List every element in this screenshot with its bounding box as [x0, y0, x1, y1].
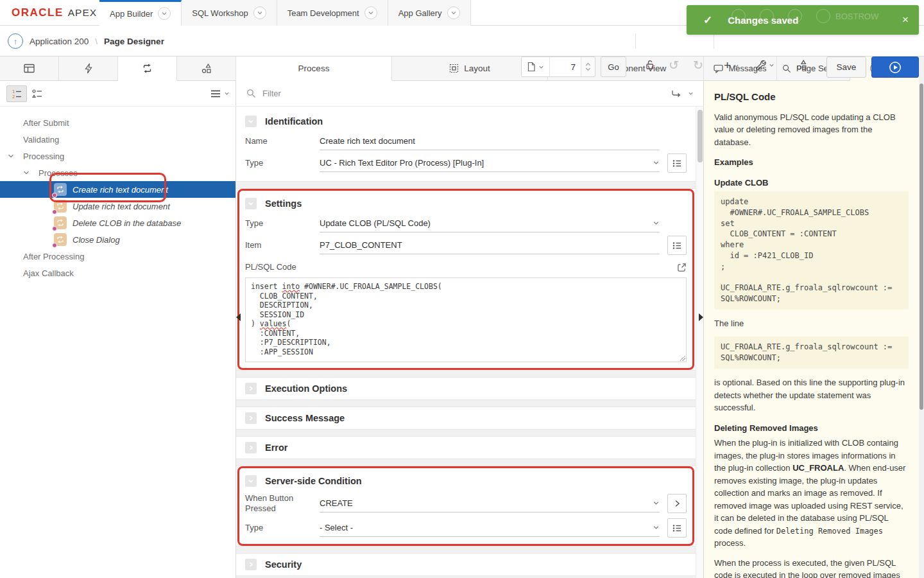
- settings-type-select[interactable]: Update CLOB (PL/SQL Code): [320, 215, 660, 232]
- expand-section-button[interactable]: [245, 442, 257, 453]
- help-block: UC_FROALA_RTE.g_froala_sqlrowcount := SQ…: [714, 337, 909, 369]
- when-button-select[interactable]: CREATE: [320, 495, 660, 512]
- help-block: When the plug-in is initialized with CLO…: [714, 437, 909, 550]
- shared-components-button[interactable]: [796, 59, 808, 71]
- goto-button[interactable]: [667, 494, 687, 513]
- close-icon[interactable]: ×: [902, 13, 909, 26]
- expand-section-button[interactable]: [245, 412, 257, 424]
- chevron-down-icon[interactable]: [253, 6, 266, 19]
- chevron-down-icon[interactable]: [158, 7, 171, 20]
- lock-button[interactable]: [644, 59, 656, 71]
- open-code-editor-icon[interactable]: [677, 263, 687, 272]
- section-divider: [236, 181, 696, 189]
- breadcrumb-application[interactable]: Application 200: [30, 37, 89, 46]
- collapse-section-button[interactable]: [245, 475, 257, 487]
- tab-team-development[interactable]: Team Development: [277, 0, 388, 26]
- create-menu-button[interactable]: +: [724, 58, 739, 73]
- tree-item-after-processing[interactable]: After Processing: [0, 248, 235, 265]
- tree-item-label: Update rich text document: [73, 202, 170, 211]
- code-line: CLOB_CONTENT,: [251, 292, 681, 301]
- chevron-down-icon[interactable]: [688, 91, 694, 96]
- page-selector: [521, 57, 595, 77]
- chevron-down-icon[interactable]: [447, 6, 460, 19]
- plsql-code-content: insert into #OWNER#.UC_FROALA_SAMPLE_CLO…: [251, 282, 681, 356]
- oracle-wordmark: ORACLE: [12, 6, 64, 19]
- code-line: SESSION_ID: [251, 310, 681, 320]
- quick-pick-button[interactable]: [667, 236, 687, 255]
- menu-icon: [210, 89, 221, 98]
- tree-menu-button[interactable]: [210, 89, 230, 98]
- chevron-down-icon[interactable]: [8, 153, 23, 159]
- utilities-menu-button[interactable]: [755, 59, 774, 71]
- type-select[interactable]: UC - Rich Text Editor Pro (Process) [Plu…: [320, 154, 660, 172]
- item-input[interactable]: P7_CLOB_CONTENT: [320, 236, 660, 254]
- tab-processing[interactable]: [118, 57, 177, 81]
- field-row-when-button: When Button Pressed CREATE: [245, 491, 687, 516]
- tree-item-processes[interactable]: Processes: [0, 164, 235, 181]
- undo-button[interactable]: ↺: [669, 58, 679, 73]
- tree-item-close-dialog[interactable]: Close Dialog: [0, 231, 235, 248]
- tree-item-after-submit[interactable]: After Submit: [0, 114, 235, 131]
- chevron-down-icon: [248, 478, 254, 484]
- scrollbar-thumb[interactable]: [920, 83, 923, 410]
- chevron-right-icon: [248, 415, 254, 421]
- tree-item-ajax-callback[interactable]: Ajax Callback: [0, 265, 235, 281]
- tab-sql-workshop[interactable]: SQL Workshop: [182, 0, 277, 26]
- plsql-code-editor[interactable]: insert into #OWNER#.UC_FROALA_SAMPLE_CLO…: [245, 277, 687, 362]
- code-line: :P7_DESCRIPTION,: [251, 338, 681, 347]
- tab-shared-components[interactable]: [177, 57, 236, 81]
- chevron-down-icon[interactable]: [364, 6, 377, 19]
- tree-item-delete-clob-in-the-database[interactable]: Delete CLOB in the database: [0, 215, 235, 231]
- processing-tree: After SubmitValidatingProcessingProcesse…: [0, 107, 235, 578]
- tree-item-label: Validating: [23, 135, 59, 144]
- section-header: Error: [245, 439, 687, 456]
- list-icon: [672, 524, 681, 532]
- tree-item-validating[interactable]: Validating: [0, 131, 235, 148]
- save-button[interactable]: Save: [826, 57, 866, 78]
- collapse-left-panel-handle[interactable]: [232, 313, 241, 321]
- redo-button[interactable]: ↻: [693, 58, 703, 73]
- center-scrollbar[interactable]: [696, 107, 703, 578]
- quick-pick-button[interactable]: [667, 153, 687, 173]
- page-number-stepper[interactable]: [581, 57, 595, 76]
- go-button[interactable]: Go: [601, 57, 626, 77]
- group-view-toggle[interactable]: [27, 85, 47, 102]
- scrollbar-thumb[interactable]: [697, 110, 703, 162]
- expand-section-button[interactable]: [245, 559, 257, 570]
- help-block: When the process is executed, the given …: [714, 557, 909, 578]
- section-header: Security: [245, 556, 687, 573]
- collapse-section-button[interactable]: [245, 198, 257, 209]
- chevron-down-icon[interactable]: [23, 170, 38, 176]
- expand-section-button[interactable]: [245, 383, 257, 394]
- center-panel-tabs: Process Layout Component View: [236, 57, 704, 81]
- page-scrollbar[interactable]: [919, 57, 924, 578]
- page-number-input[interactable]: [550, 57, 581, 76]
- section-divider: [236, 575, 696, 578]
- tab-dynamic-actions[interactable]: [59, 57, 118, 81]
- quick-pick-button[interactable]: [667, 518, 687, 538]
- order-view-toggle[interactable]: 12: [6, 85, 27, 102]
- toast-changes-saved: ✓ Changes saved ×: [687, 5, 919, 35]
- tree-item-processing[interactable]: Processing: [0, 148, 235, 164]
- tab-rendering[interactable]: [0, 57, 59, 81]
- tree-item-update-rich-text-document[interactable]: Update rich text document: [0, 198, 235, 215]
- run-page-button[interactable]: [871, 57, 919, 78]
- tab-app-builder[interactable]: App Builder: [99, 0, 182, 26]
- chevron-down-icon: [248, 200, 254, 207]
- section-header: Server-side Condition: [245, 473, 687, 489]
- up-arrow-icon[interactable]: ↑: [8, 33, 23, 49]
- tab-app-gallery[interactable]: App Gallery: [388, 0, 471, 26]
- plugin-status-dot: [52, 193, 57, 198]
- toolbar-separator: [714, 33, 714, 49]
- goto-selection-icon[interactable]: [671, 89, 681, 98]
- name-input[interactable]: Create rich text document: [320, 132, 660, 150]
- condition-type-select[interactable]: - Select -: [320, 519, 660, 537]
- collapse-right-panel-handle[interactable]: [699, 313, 707, 321]
- page-finder-button[interactable]: [522, 57, 550, 76]
- tab-process[interactable]: Process: [236, 57, 392, 81]
- filter-input[interactable]: [262, 89, 665, 98]
- tree-item-create-rich-text-document[interactable]: Create rich text document: [0, 181, 235, 198]
- resize-handle[interactable]: [680, 355, 685, 361]
- collapse-section-button[interactable]: [245, 116, 257, 127]
- breadcrumb-separator: \: [95, 37, 98, 46]
